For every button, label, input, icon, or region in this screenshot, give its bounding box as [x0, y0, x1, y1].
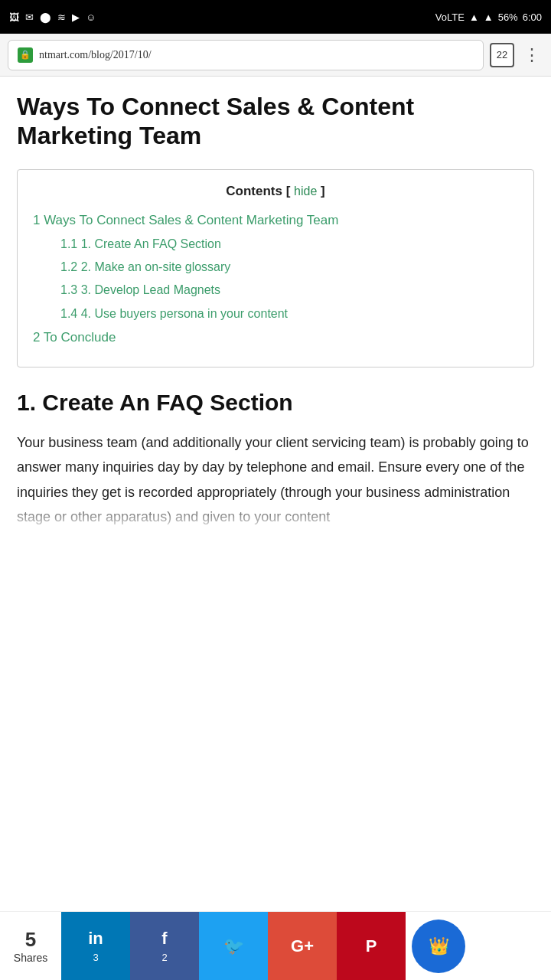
signal-bars: ▲ [469, 11, 479, 23]
toc-item-1-3: 1.3 3. Develop Lead Magnets [33, 282, 518, 299]
toc-item-1-2: 1.2 2. Make an on-site glossary [33, 259, 518, 276]
smiley-icon: ☺ [86, 11, 96, 23]
main-content: Ways To Connect Sales & Content Marketin… [0, 77, 551, 545]
page-title: Ways To Connect Sales & Content Marketin… [17, 92, 534, 151]
toc-item-1-1: 1.1 1. Create An FAQ Section [33, 236, 518, 253]
toc-item-1: 1 Ways To Connect Sales & Content Market… [33, 211, 518, 230]
toc-link-1[interactable]: 1 Ways To Connect Sales & Content Market… [33, 213, 338, 227]
lock-icon: 🔒 [18, 47, 33, 63]
toc-list: 1 Ways To Connect Sales & Content Market… [33, 211, 518, 347]
toc-label: Contents [226, 184, 282, 198]
toc-link-1-4[interactable]: 1.4 4. Use buyers persona in your conten… [60, 307, 288, 320]
tab-count[interactable]: 22 [490, 43, 514, 67]
circle-icon: ⬤ [40, 11, 51, 23]
signal-icon: ≋ [57, 11, 66, 23]
body-text: Your business team (and additionally you… [17, 430, 534, 530]
time-label: 6:00 [523, 11, 542, 23]
volte-label: VoLTE [435, 11, 465, 23]
toc-link-1-2[interactable]: 1.2 2. Make an on-site glossary [60, 260, 230, 273]
toc-link-1-3[interactable]: 1.3 3. Develop Lead Magnets [60, 283, 220, 296]
status-right: VoLTE ▲ ▲ 56% 6:00 [435, 11, 542, 23]
toc-item-2: 2 To Conclude [33, 328, 518, 347]
url-text: ntmart.com/blog/2017/10/ [39, 49, 152, 61]
browser-bar: 🔒 ntmart.com/blog/2017/10/ 22 ⋮ [0, 34, 551, 77]
toc-link-2[interactable]: 2 To Conclude [33, 330, 116, 345]
wifi-icon: ▲ [484, 11, 494, 23]
toc-link-1-1[interactable]: 1.1 1. Create An FAQ Section [60, 237, 221, 250]
menu-dots[interactable]: ⋮ [520, 45, 543, 65]
toc-box: Contents [ hide ] 1 Ways To Connect Sale… [17, 169, 534, 368]
toc-item-1-4: 1.4 4. Use buyers persona in your conten… [33, 305, 518, 322]
battery-label: 56% [498, 11, 518, 23]
mail-icon: ✉ [25, 11, 34, 23]
youtube-icon: ▶ [72, 11, 80, 23]
body-content: Your business team (and additionally you… [17, 430, 534, 530]
photo-icon: 🖼 [9, 11, 19, 23]
status-left: 🖼 ✉ ⬤ ≋ ▶ ☺ [9, 11, 96, 23]
toc-title: Contents [ hide ] [33, 184, 518, 199]
url-bar[interactable]: 🔒 ntmart.com/blog/2017/10/ [8, 40, 484, 70]
section-heading: 1. Create An FAQ Section [17, 389, 534, 416]
toc-hide-link[interactable]: hide [294, 185, 317, 198]
status-bar: 🖼 ✉ ⬤ ≋ ▶ ☺ VoLTE ▲ ▲ 56% 6:00 [0, 0, 551, 34]
